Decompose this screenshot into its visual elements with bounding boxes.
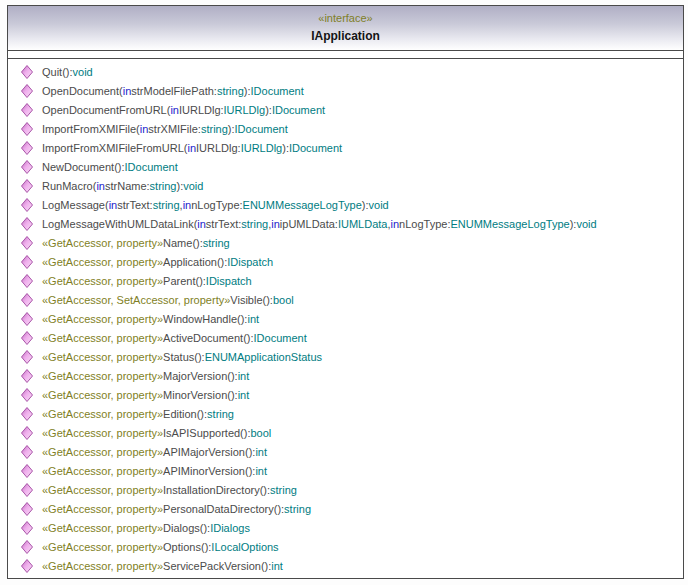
member-row[interactable]: «GetAccessor, property» Application():ID… [8,252,683,271]
member-text-segment: string [284,503,311,515]
member-text-segment: int [238,370,250,382]
member-text-segment: ImportFromXMIFile( [42,123,140,135]
member-row[interactable]: «GetAccessor, property» APIMajorVersion(… [8,442,683,461]
member-text-segment: IURLDlg: [196,142,241,154]
member-row[interactable]: «GetAccessor, property» ActiveDocument()… [8,328,683,347]
member-row[interactable]: LogMessageWithUMLDataLink(in strText:str… [8,214,683,233]
diagram-canvas: { "header": { "stereotype": "«interface»… [0,0,688,585]
member-text-segment: strModelFilePath: [131,85,217,97]
member-text-segment: IURLDlg: [179,104,224,116]
member-text-segment: string [153,199,180,211]
member-text-segment: IDialogs [210,522,250,534]
member-row[interactable]: RunMacro(in strName:string):void [8,176,683,195]
member-text-segment: «GetAccessor, property» [42,237,163,249]
member-row[interactable]: «GetAccessor, property» Dialogs():IDialo… [8,518,683,537]
member-text-segment: in [187,142,196,154]
member-text-segment: int [255,465,267,477]
member-text-segment: «GetAccessor, property» [42,408,163,420]
member-text-segment: ): [177,180,184,192]
member-row[interactable]: «GetAccessor, property» InstallationDire… [8,480,683,499]
member-text-segment: IURLDlg [224,104,266,116]
member-text-segment: «GetAccessor, property» [42,465,163,477]
member-text-segment: «GetAccessor, property» [42,256,163,268]
operation-diamond-icon [21,179,33,193]
member-text-segment: ServicePackVersion(): [163,560,271,572]
member-text-segment: in [391,218,400,230]
member-row[interactable]: «GetAccessor, property» MajorVersion():i… [8,366,683,385]
operation-diamond-icon [21,521,33,535]
member-text-segment: in [170,104,179,116]
member-text-segment: «GetAccessor, property» [42,313,163,325]
member-row[interactable]: «GetAccessor, SetAccessor, property» Vis… [8,290,683,309]
operation-diamond-icon [21,198,33,212]
operations-compartment: Quit():voidOpenDocument(in strModelFileP… [8,58,683,575]
member-text-segment: PersonalDataDirectory(): [163,503,284,515]
operation-diamond-icon [21,141,33,155]
member-text-segment: nLogType: [191,199,242,211]
member-text-segment: ): [362,199,369,211]
member-row[interactable]: «GetAccessor, property» ServicePackVersi… [8,556,683,575]
interface-name: IApplication [8,29,683,44]
member-text-segment: string [241,218,268,230]
member-row[interactable]: «GetAccessor, property» APIMinorVersion(… [8,461,683,480]
member-row[interactable]: NewDocument():IDocument [8,157,683,176]
member-text-segment: in [197,218,206,230]
member-text-segment: Options(): [163,541,211,553]
member-text-segment: int [255,446,267,458]
operation-diamond-icon [21,293,33,307]
uml-interface-node[interactable]: «interface» IApplication Quit():voidOpen… [7,5,684,579]
member-text-segment: Status(): [163,351,205,363]
member-row[interactable]: «GetAccessor, property» Parent():IDispat… [8,271,683,290]
member-text-segment: ILocalOptions [211,541,278,553]
operation-diamond-icon [21,255,33,269]
attributes-compartment [8,50,683,58]
member-text-segment: «GetAccessor, property» [42,370,163,382]
operation-diamond-icon [21,103,33,117]
member-text-segment: LogMessage( [42,199,109,211]
operation-diamond-icon [21,464,33,478]
member-row[interactable]: «GetAccessor, property» Name():string [8,233,683,252]
member-row[interactable]: «GetAccessor, property» Options():ILocal… [8,537,683,556]
member-row[interactable]: «GetAccessor, property» Status():ENUMApp… [8,347,683,366]
member-text-segment: Dialogs(): [163,522,210,534]
member-row[interactable]: «GetAccessor, property» PersonalDataDire… [8,499,683,518]
member-text-segment: bool [251,427,272,439]
member-text-segment: void [73,66,93,78]
member-row[interactable]: «GetAccessor, property» MinorVersion():i… [8,385,683,404]
member-text-segment: «GetAccessor, property» [42,446,163,458]
member-row[interactable]: «GetAccessor, property» IsAPISupported()… [8,423,683,442]
member-row[interactable]: LogMessage(in strText:string, in nLogTyp… [8,195,683,214]
member-text-segment: NewDocument(): [42,161,125,173]
member-text-segment: in [109,199,118,211]
member-text-segment: OpenDocumentFromURL( [42,104,170,116]
member-text-segment: Name(): [163,237,203,249]
member-text-segment: ActiveDocument(): [163,332,253,344]
member-row[interactable]: OpenDocumentFromURL(in IURLDlg:IURLDlg):… [8,100,683,119]
member-row[interactable]: ImportFromXMIFileFromURL(in IURLDlg:IURL… [8,138,683,157]
member-text-segment: IsAPISupported(): [163,427,250,439]
member-text-segment: in [140,123,149,135]
member-text-segment: IDocument [254,332,307,344]
member-text-segment: in [271,218,280,230]
member-text-segment: string [270,484,297,496]
member-text-segment: «GetAccessor, property» [42,560,163,572]
member-text-segment: «GetAccessor, property» [42,427,163,439]
member-text-segment: «GetAccessor, property» [42,484,163,496]
member-row[interactable]: «GetAccessor, property» Edition():string [8,404,683,423]
member-text-segment: «GetAccessor, property» [42,351,163,363]
member-text-segment: bool [273,294,294,306]
member-text-segment: ): [570,218,577,230]
operation-diamond-icon [21,445,33,459]
member-text-segment: «GetAccessor, SetAccessor, property» [42,294,230,306]
member-row[interactable]: «GetAccessor, property» WindowHandle():i… [8,309,683,328]
member-text-segment: string [203,237,230,249]
member-text-segment: MinorVersion(): [163,389,238,401]
member-row[interactable]: ImportFromXMIFile(in strXMIFile:string):… [8,119,683,138]
member-text-segment: «GetAccessor, property» [42,389,163,401]
member-text-segment: OpenDocument( [42,85,123,97]
member-row[interactable]: OpenDocument(in strModelFilePath:string)… [8,81,683,100]
member-text-segment: strName: [105,180,150,192]
member-row[interactable]: Quit():void [8,62,683,81]
member-text-segment: strText: [206,218,241,230]
member-text-segment: ENUMMessageLogType [243,199,362,211]
